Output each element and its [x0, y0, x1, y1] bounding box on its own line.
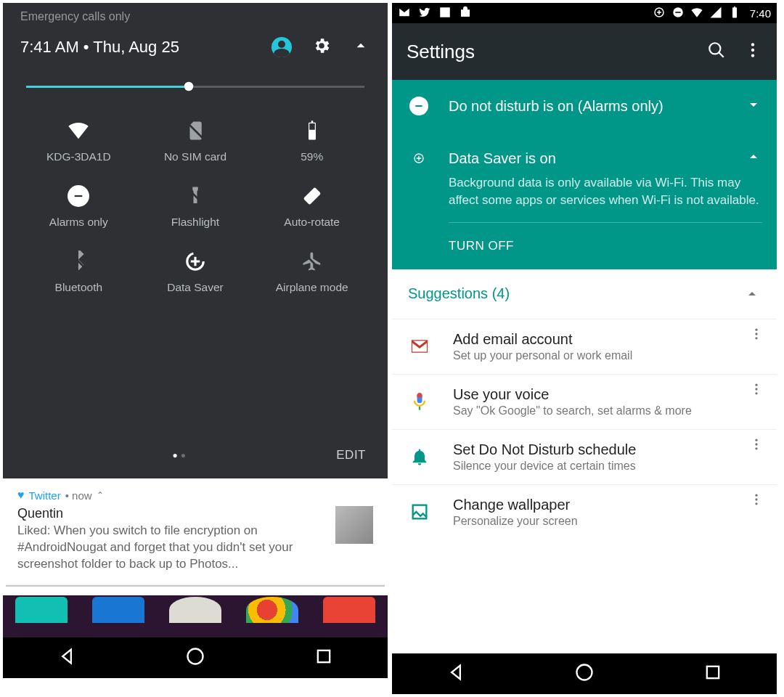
- chevron-down-icon: [745, 96, 762, 116]
- page-indicator: ●●: [25, 450, 336, 460]
- mic-icon: [405, 391, 434, 412]
- tile-airplane-label: Airplane mode: [276, 281, 348, 294]
- suggestions-header[interactable]: Suggestions (4): [392, 269, 777, 319]
- wifi-status-icon: [690, 6, 703, 21]
- suggestion-dnd-schedule[interactable]: Set Do Not Disturb scheduleSilence your …: [392, 429, 777, 484]
- banner-dnd[interactable]: Do not disturb is on (Alarms only): [392, 80, 777, 132]
- suggestion-sub: Say "Ok Google" to search, set alarms & …: [453, 403, 764, 417]
- notification-expand-icon[interactable]: ⌃: [97, 490, 104, 500]
- svg-point-21: [755, 383, 757, 386]
- tile-battery[interactable]: 59%: [253, 120, 370, 163]
- overflow-menu-icon[interactable]: [743, 41, 762, 62]
- overflow-menu-icon[interactable]: [749, 382, 764, 399]
- svg-rect-32: [706, 667, 718, 678]
- tile-wifi[interactable]: KDG-3DA1D: [20, 120, 137, 163]
- svg-rect-1: [309, 123, 315, 130]
- no-sim-icon: [184, 120, 206, 142]
- svg-point-17: [755, 328, 757, 330]
- navigation-bar: [3, 637, 388, 678]
- banner-datasaver[interactable]: Data Saver is on: [392, 132, 777, 174]
- svg-rect-27: [413, 505, 427, 519]
- tile-datasaver[interactable]: Data Saver: [137, 250, 254, 294]
- suggestion-title: Add email account: [453, 331, 764, 348]
- twitter-heart-icon: ♥: [17, 489, 25, 502]
- svg-point-19: [755, 337, 757, 339]
- search-icon[interactable]: [707, 41, 726, 62]
- battery-status-icon: [728, 6, 741, 21]
- dnd-icon: [68, 185, 89, 207]
- overflow-menu-icon[interactable]: [749, 492, 764, 510]
- svg-point-14: [751, 54, 754, 57]
- gmail-status-icon: [398, 6, 411, 21]
- tile-bluetooth-label: Bluetooth: [55, 281, 103, 294]
- suggestions-label: Suggestions (4): [408, 285, 743, 302]
- tile-dnd[interactable]: Alarms only: [20, 185, 137, 229]
- nav-back-button[interactable]: [57, 646, 77, 669]
- page-title: Settings: [407, 41, 707, 63]
- suggestion-sub: Set up your personal or work email: [453, 348, 764, 362]
- svg-point-22: [755, 388, 757, 390]
- nav-recent-button[interactable]: [703, 662, 723, 685]
- tile-flashlight-label: Flashlight: [171, 216, 219, 229]
- banner-dnd-label: Do not disturb is on (Alarms only): [449, 98, 727, 115]
- tile-sim[interactable]: No SIM card: [137, 120, 254, 163]
- tile-flashlight[interactable]: Flashlight: [137, 185, 254, 229]
- svg-point-24: [755, 439, 757, 441]
- collapse-panel-icon[interactable]: [351, 36, 370, 58]
- bell-icon: [405, 447, 434, 467]
- suggestion-sub: Silence your device at certain times: [453, 458, 764, 473]
- edit-tiles-button[interactable]: EDIT: [336, 448, 366, 462]
- quick-settings-screen: Emergency calls only 7:41 AM • Thu, Aug …: [3, 3, 388, 694]
- svg-point-26: [755, 447, 757, 449]
- svg-rect-2: [75, 195, 83, 197]
- turn-off-button[interactable]: TURN OFF: [392, 223, 777, 269]
- svg-point-28: [755, 494, 757, 496]
- svg-point-25: [755, 443, 757, 445]
- notification-shelf-handle[interactable]: [6, 584, 385, 587]
- svg-point-30: [755, 502, 757, 505]
- tile-rotate[interactable]: Auto-rotate: [253, 185, 370, 229]
- nav-back-button[interactable]: [446, 662, 466, 685]
- svg-point-0: [184, 82, 193, 91]
- clock-date: 7:41 AM • Thu, Aug 25: [20, 38, 271, 57]
- dnd-status-icon: [671, 6, 685, 21]
- nav-home-button[interactable]: [185, 646, 205, 669]
- nav-home-button[interactable]: [574, 662, 595, 685]
- suggestion-add-email[interactable]: Add email accountSet up your personal or…: [392, 319, 777, 374]
- overflow-menu-icon[interactable]: [749, 437, 764, 455]
- svg-rect-7: [440, 7, 450, 17]
- user-avatar-icon[interactable]: [271, 37, 292, 57]
- quick-settings-panel: Emergency calls only 7:41 AM • Thu, Aug …: [3, 3, 388, 478]
- bluetooth-off-icon: [68, 250, 89, 272]
- suggestion-title: Set Do Not Disturb schedule: [453, 441, 764, 458]
- svg-rect-15: [415, 105, 422, 107]
- notification-thumbnail: [335, 506, 373, 544]
- banner-datasaver-desc: Background data is only available via Wi…: [392, 174, 777, 222]
- wifi-icon: [68, 120, 89, 142]
- svg-rect-6: [317, 651, 329, 662]
- overflow-menu-icon[interactable]: [749, 327, 764, 344]
- battery-icon: [301, 120, 323, 142]
- nav-recent-button[interactable]: [314, 646, 334, 669]
- notification-time: • now: [65, 489, 92, 502]
- tile-airplane[interactable]: Airplane mode: [253, 250, 370, 294]
- status-banners: Do not disturb is on (Alarms only) Data …: [392, 80, 777, 269]
- notification-message: Liked: When you switch to file encryptio…: [17, 523, 325, 573]
- tile-dnd-label: Alarms only: [49, 216, 108, 229]
- tile-sim-label: No SIM card: [164, 150, 226, 163]
- suggestion-wallpaper[interactable]: Change wallpaperPersonalize your screen: [392, 484, 777, 539]
- brightness-slider[interactable]: [20, 58, 370, 95]
- settings-gear-icon[interactable]: [312, 36, 331, 58]
- notification-card[interactable]: ♥ Twitter • now ⌃ Quentin Liked: When yo…: [3, 478, 388, 579]
- datasaver-icon: [184, 250, 206, 272]
- status-clock: 7:40: [750, 7, 771, 20]
- chevron-up-icon: [743, 285, 761, 303]
- tile-bluetooth[interactable]: Bluetooth: [20, 250, 137, 294]
- svg-point-31: [576, 665, 592, 680]
- app-bar: Settings: [392, 23, 777, 80]
- signal-status-icon: [709, 6, 722, 21]
- svg-point-29: [755, 498, 757, 500]
- suggestion-voice[interactable]: Use your voiceSay "Ok Google" to search,…: [392, 374, 777, 429]
- svg-rect-3: [303, 187, 321, 205]
- flashlight-icon: [184, 185, 206, 207]
